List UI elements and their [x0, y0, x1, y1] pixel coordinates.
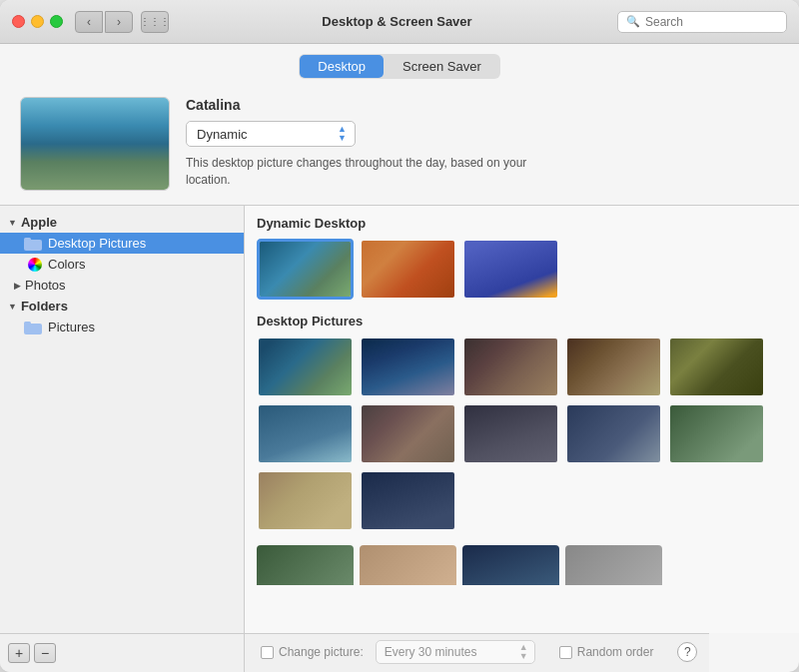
interval-label: Every 30 minutes: [385, 645, 477, 659]
triangle-icon: ▼: [8, 218, 17, 228]
svg-rect-1: [24, 238, 31, 242]
thumbnail-desk-5[interactable]: [668, 336, 765, 397]
dynamic-desktop-grid: [257, 239, 787, 300]
sidebar-bottom: + −: [0, 633, 245, 672]
tab-group: Desktop Screen Saver: [299, 54, 499, 79]
search-icon: 🔍: [626, 15, 640, 28]
thumbnail-desk-1[interactable]: [257, 336, 354, 397]
thumbnail-dynamic-1[interactable]: [257, 239, 354, 300]
random-order-row: Random order: [559, 645, 654, 659]
change-picture-checkbox[interactable]: [261, 646, 274, 659]
desktop-pictures-title: Desktop Pictures: [257, 314, 787, 329]
thumbnail-desk-6-inner: [259, 405, 352, 462]
search-input[interactable]: [645, 15, 775, 29]
right-panel: Dynamic Desktop Desktop Pictures: [245, 206, 799, 633]
pictures-folder-icon: [24, 321, 42, 335]
add-button[interactable]: +: [8, 643, 30, 663]
thumbnail-partial-1[interactable]: [257, 545, 354, 585]
thumbnail-desk-12[interactable]: [360, 470, 456, 531]
remove-button[interactable]: −: [34, 643, 56, 663]
minimize-button[interactable]: [31, 15, 44, 28]
thumbnail-desk-1-inner: [259, 338, 352, 395]
thumbnail-partial-4[interactable]: [565, 545, 662, 585]
thumbnail-desk-11-inner: [259, 472, 352, 529]
traffic-lights: [12, 15, 63, 28]
thumbnail-desk-3-inner: [464, 338, 557, 395]
preview-image: [20, 97, 170, 191]
thumbnail-dynamic-3-inner: [464, 241, 557, 298]
thumbnail-desk-8[interactable]: [462, 403, 559, 464]
desktop-pictures-grid: [257, 336, 787, 531]
thumbnail-desk-10[interactable]: [668, 403, 765, 464]
thumbnail-dynamic-1-inner: [260, 242, 351, 297]
back-button[interactable]: ‹: [75, 11, 103, 33]
sidebar-photos-label: Photos: [25, 278, 65, 293]
thumbnail-desk-7-inner: [362, 405, 454, 462]
thumbnail-desk-6[interactable]: [257, 403, 354, 464]
thumbnail-desk-5-inner: [670, 338, 763, 395]
dropdown-row: Dynamic ▲▼: [186, 121, 779, 147]
thumbnail-desk-8-inner: [464, 405, 557, 462]
photos-triangle-icon: ▶: [14, 281, 21, 291]
sidebar-item-photos[interactable]: ▶ Photos: [0, 275, 244, 296]
tabs-row: Desktop Screen Saver: [0, 44, 799, 87]
thumbnail-partial-2[interactable]: [360, 545, 456, 585]
thumbnail-desk-12-inner: [362, 472, 454, 529]
interval-dropdown[interactable]: Every 30 minutes ▲▼: [376, 640, 535, 664]
thumbnail-desk-7[interactable]: [360, 403, 456, 464]
thumbnail-desk-9[interactable]: [565, 403, 662, 464]
change-picture-row: Change picture:: [261, 645, 364, 659]
style-dropdown[interactable]: Dynamic ▲▼: [186, 121, 356, 147]
sidebar-folders-label: Folders: [21, 299, 68, 314]
preview-image-inner: [21, 98, 169, 190]
search-box[interactable]: 🔍: [617, 11, 787, 33]
nav-buttons: ‹ ›: [75, 11, 133, 33]
thumbnail-desk-2-inner: [362, 338, 454, 395]
sidebar-item-colors[interactable]: Colors: [0, 254, 244, 275]
main-content: ▼ Apple Desktop Pictures Colors ▶ Photos: [0, 205, 799, 633]
maximize-button[interactable]: [50, 15, 63, 28]
thumbnail-desk-4[interactable]: [565, 336, 662, 397]
thumbnail-desk-11[interactable]: [257, 470, 354, 531]
folders-triangle-icon: ▼: [8, 302, 17, 312]
random-order-checkbox[interactable]: [559, 646, 572, 659]
sidebar-group-apple[interactable]: ▼ Apple: [0, 212, 244, 233]
preview-info: Catalina Dynamic ▲▼ This desktop picture…: [186, 97, 779, 189]
sidebar-group-apple-label: Apple: [21, 215, 57, 230]
preview-title: Catalina: [186, 97, 779, 113]
partial-row: [257, 545, 787, 585]
tab-desktop[interactable]: Desktop: [300, 55, 384, 78]
sidebar: ▼ Apple Desktop Pictures Colors ▶ Photos: [0, 206, 245, 633]
folder-icon: [24, 237, 42, 251]
thumbnail-dynamic-2[interactable]: [360, 239, 456, 300]
thumbnail-desk-4-inner: [567, 338, 660, 395]
thumbnail-desk-9-inner: [567, 405, 660, 462]
sidebar-pictures-label: Pictures: [48, 320, 95, 335]
thumbnail-desk-2[interactable]: [360, 336, 456, 397]
help-button[interactable]: ?: [677, 642, 697, 662]
forward-button[interactable]: ›: [105, 11, 133, 33]
random-order-label: Random order: [577, 645, 654, 659]
main-window: ‹ › ⋮⋮⋮ Desktop & Screen Saver 🔍 Desktop…: [0, 0, 799, 672]
thumbnail-partial-3[interactable]: [462, 545, 559, 585]
dynamic-desktop-title: Dynamic Desktop: [257, 216, 787, 231]
grid-button[interactable]: ⋮⋮⋮: [141, 11, 169, 33]
sidebar-item-desktop-pictures[interactable]: Desktop Pictures: [0, 233, 244, 254]
thumbnail-dynamic-3[interactable]: [462, 239, 559, 300]
dropdown-label: Dynamic: [197, 127, 248, 142]
thumbnail-desk-3[interactable]: [462, 336, 559, 397]
dropdown-arrow-icon: ▲▼: [338, 125, 347, 143]
titlebar: ‹ › ⋮⋮⋮ Desktop & Screen Saver 🔍: [0, 0, 799, 44]
thumbnail-desk-10-inner: [670, 405, 763, 462]
window-title: Desktop & Screen Saver: [177, 14, 617, 29]
preview-description: This desktop picture changes throughout …: [186, 155, 565, 189]
preview-section: Catalina Dynamic ▲▼ This desktop picture…: [0, 87, 799, 205]
thumbnail-dynamic-2-inner: [362, 241, 454, 298]
svg-rect-3: [24, 322, 31, 326]
change-picture-label: Change picture:: [279, 645, 364, 659]
sidebar-item-pictures[interactable]: Pictures: [0, 317, 244, 337]
sidebar-group-folders[interactable]: ▼ Folders: [0, 296, 244, 317]
tab-screensaver[interactable]: Screen Saver: [385, 55, 499, 78]
interval-arrow-icon: ▲▼: [519, 643, 528, 661]
close-button[interactable]: [12, 15, 25, 28]
